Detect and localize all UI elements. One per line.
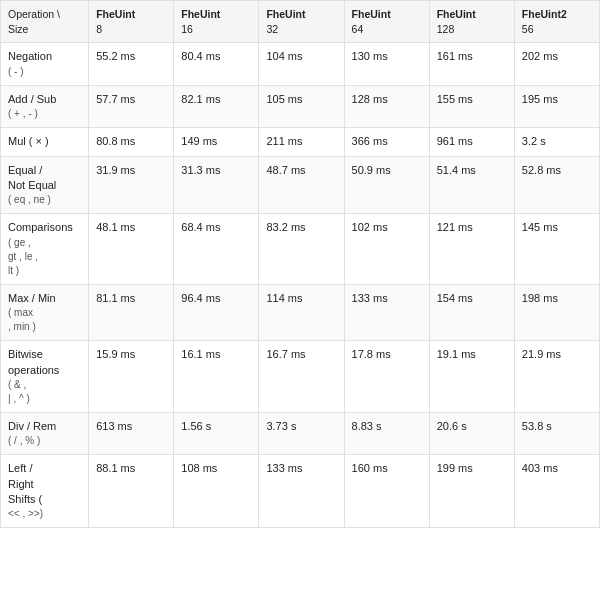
- op-cell-2: Mul ( × ): [1, 128, 89, 156]
- col-type-4: FheUint: [437, 7, 507, 22]
- table-row: Negation( - )55.2 ms80.4 ms104 ms130 ms1…: [1, 43, 600, 85]
- col-type-1: FheUint: [181, 7, 251, 22]
- cell-8-2: 133 ms: [259, 455, 344, 528]
- cell-4-3: 102 ms: [344, 214, 429, 284]
- cell-3-5: 52.8 ms: [514, 156, 599, 214]
- cell-4-0: 48.1 ms: [89, 214, 174, 284]
- op-sym-0: ( - ): [8, 65, 81, 79]
- cell-1-1: 82.1 ms: [174, 85, 259, 127]
- cell-1-2: 105 ms: [259, 85, 344, 127]
- cell-6-2: 16.7 ms: [259, 341, 344, 413]
- col-type-3: FheUint: [352, 7, 422, 22]
- cell-0-2: 104 ms: [259, 43, 344, 85]
- op-name-2: Mul ( × ): [8, 134, 81, 149]
- op-sym-1: ( + , - ): [8, 107, 81, 121]
- cell-0-0: 55.2 ms: [89, 43, 174, 85]
- cell-8-1: 108 ms: [174, 455, 259, 528]
- cell-4-4: 121 ms: [429, 214, 514, 284]
- op-cell-5: Max / Min( max , min ): [1, 284, 89, 340]
- cell-4-2: 83.2 ms: [259, 214, 344, 284]
- table-row: Max / Min( max , min )81.1 ms96.4 ms114 …: [1, 284, 600, 340]
- cell-0-3: 130 ms: [344, 43, 429, 85]
- cell-2-1: 149 ms: [174, 128, 259, 156]
- cell-3-2: 48.7 ms: [259, 156, 344, 214]
- op-sym-7: ( / , % ): [8, 434, 81, 448]
- cell-8-3: 160 ms: [344, 455, 429, 528]
- col-type-2: FheUint: [266, 7, 336, 22]
- cell-7-1: 1.56 s: [174, 412, 259, 454]
- col-type-5: FheUint2: [522, 7, 592, 22]
- op-name-3: Equal / Not Equal: [8, 163, 81, 194]
- cell-1-4: 155 ms: [429, 85, 514, 127]
- cell-4-5: 145 ms: [514, 214, 599, 284]
- op-name-4: Comparisons: [8, 220, 81, 235]
- cell-2-4: 961 ms: [429, 128, 514, 156]
- table-row: Mul ( × )80.8 ms149 ms211 ms366 ms961 ms…: [1, 128, 600, 156]
- op-cell-7: Div / Rem( / , % ): [1, 412, 89, 454]
- col-size-1: 16: [181, 22, 251, 37]
- op-cell-0: Negation( - ): [1, 43, 89, 85]
- cell-1-0: 57.7 ms: [89, 85, 174, 127]
- cell-7-3: 8.83 s: [344, 412, 429, 454]
- cell-6-1: 16.1 ms: [174, 341, 259, 413]
- op-cell-6: Bitwise operations( & , | , ^ ): [1, 341, 89, 413]
- cell-7-4: 20.6 s: [429, 412, 514, 454]
- col-type-0: FheUint: [96, 7, 166, 22]
- cell-0-4: 161 ms: [429, 43, 514, 85]
- cell-6-3: 17.8 ms: [344, 341, 429, 413]
- cell-8-5: 403 ms: [514, 455, 599, 528]
- cell-2-2: 211 ms: [259, 128, 344, 156]
- cell-6-0: 15.9 ms: [89, 341, 174, 413]
- cell-6-4: 19.1 ms: [429, 341, 514, 413]
- cell-7-5: 53.8 s: [514, 412, 599, 454]
- cell-8-4: 199 ms: [429, 455, 514, 528]
- op-name-8: Left / Right Shifts (: [8, 461, 81, 507]
- col-size-5: 56: [522, 22, 592, 37]
- col-header-5: FheUint2 56: [514, 1, 599, 43]
- col-header-0: FheUint 8: [89, 1, 174, 43]
- col-size-2: 32: [266, 22, 336, 37]
- cell-3-3: 50.9 ms: [344, 156, 429, 214]
- cell-2-5: 3.2 s: [514, 128, 599, 156]
- op-cell-1: Add / Sub( + , - ): [1, 85, 89, 127]
- table-row: Equal / Not Equal( eq , ne )31.9 ms31.3 …: [1, 156, 600, 214]
- cell-0-1: 80.4 ms: [174, 43, 259, 85]
- op-name-0: Negation: [8, 49, 81, 64]
- cell-0-5: 202 ms: [514, 43, 599, 85]
- col-size-0: 8: [96, 22, 166, 37]
- cell-2-3: 366 ms: [344, 128, 429, 156]
- header-op-label: Operation \ Size: [8, 8, 60, 35]
- op-name-6: Bitwise operations: [8, 347, 81, 378]
- col-size-4: 128: [437, 22, 507, 37]
- cell-5-2: 114 ms: [259, 284, 344, 340]
- table-row: Bitwise operations( & , | , ^ )15.9 ms16…: [1, 341, 600, 413]
- col-header-4: FheUint 128: [429, 1, 514, 43]
- cell-5-5: 198 ms: [514, 284, 599, 340]
- cell-1-5: 195 ms: [514, 85, 599, 127]
- cell-1-3: 128 ms: [344, 85, 429, 127]
- cell-7-0: 613 ms: [89, 412, 174, 454]
- cell-5-4: 154 ms: [429, 284, 514, 340]
- cell-4-1: 68.4 ms: [174, 214, 259, 284]
- col-size-3: 64: [352, 22, 422, 37]
- op-sym-3: ( eq , ne ): [8, 193, 81, 207]
- op-name-7: Div / Rem: [8, 419, 81, 434]
- table-row: Add / Sub( + , - )57.7 ms82.1 ms105 ms12…: [1, 85, 600, 127]
- cell-5-1: 96.4 ms: [174, 284, 259, 340]
- op-cell-3: Equal / Not Equal( eq , ne ): [1, 156, 89, 214]
- table-row: Left / Right Shifts (<< , >>)88.1 ms108 …: [1, 455, 600, 528]
- cell-5-3: 133 ms: [344, 284, 429, 340]
- cell-6-5: 21.9 ms: [514, 341, 599, 413]
- op-cell-8: Left / Right Shifts (<< , >>): [1, 455, 89, 528]
- cell-7-2: 3.73 s: [259, 412, 344, 454]
- op-cell-4: Comparisons( ge , gt , le , lt ): [1, 214, 89, 284]
- cell-5-0: 81.1 ms: [89, 284, 174, 340]
- cell-3-1: 31.3 ms: [174, 156, 259, 214]
- op-name-5: Max / Min: [8, 291, 81, 306]
- table-row: Comparisons( ge , gt , le , lt )48.1 ms6…: [1, 214, 600, 284]
- col-header-3: FheUint 64: [344, 1, 429, 43]
- op-sym-6: ( & , | , ^ ): [8, 378, 81, 406]
- op-name-1: Add / Sub: [8, 92, 81, 107]
- op-sym-8: << , >>): [8, 507, 81, 521]
- col-header-1: FheUint 16: [174, 1, 259, 43]
